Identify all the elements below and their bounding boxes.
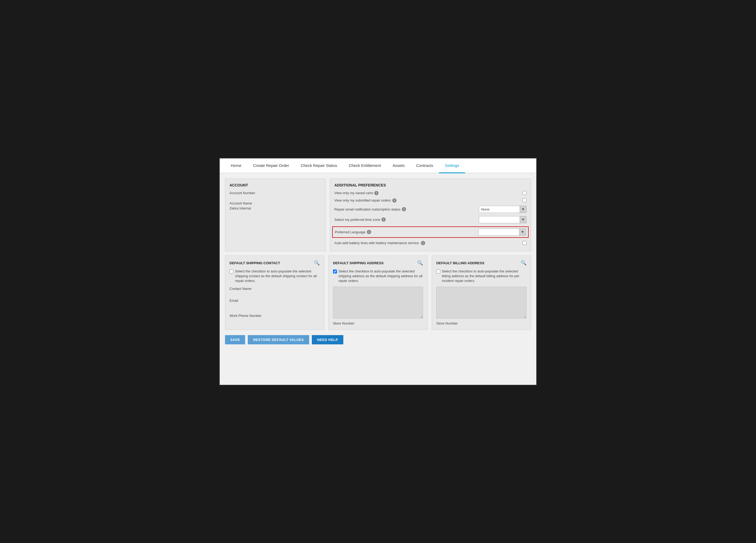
nav-item-assets[interactable]: Assets	[387, 159, 410, 173]
shipping-contact-title: DEFAULT SHIPPING CONTACT	[229, 261, 280, 265]
billing-address-header: DEFAULT BILLING ADDRESS 🔍	[436, 260, 527, 266]
submitted-orders-checkbox[interactable]	[523, 198, 527, 202]
email-notification-info-icon: i	[402, 207, 406, 211]
work-phone-label: Work Phone Number	[229, 314, 320, 318]
shipping-address-card: DEFAULT SHIPPING ADDRESS 🔍 Select the ch…	[329, 256, 428, 330]
nav-bar: Home Create Repair Order Check Repair St…	[220, 159, 536, 173]
auto-add-battery-label: Auto-add battery lines with battery main…	[334, 241, 520, 246]
account-number-label: Account Number	[229, 191, 321, 195]
preferences-title: ADDITIONAL PREFERENCES	[334, 183, 527, 187]
preferred-language-info-icon: i	[367, 230, 371, 234]
saved-carts-label: View only my saved carts i	[334, 191, 520, 195]
top-row: ACCOUNT Account Number Account Name Zebr…	[225, 179, 531, 252]
time-zone-info-icon: i	[381, 218, 386, 222]
need-help-button[interactable]: NEED HELP	[312, 335, 343, 344]
saved-carts-control	[523, 191, 527, 195]
submitted-orders-info-icon: i	[392, 198, 397, 203]
bottom-row: DEFAULT SHIPPING CONTACT 🔍 Select the ch…	[225, 256, 531, 330]
shipping-address-textarea[interactable]	[333, 287, 423, 318]
nav-item-create-repair-order[interactable]: Create Repair Order	[247, 159, 295, 173]
email-notification-select[interactable]: None	[479, 206, 527, 213]
pref-row-submitted-orders: View only my submitted repair orders i	[334, 198, 527, 203]
submitted-orders-control	[523, 198, 527, 202]
shipping-store-number-label: Store Number	[333, 321, 423, 325]
billing-address-title: DEFAULT BILLING ADDRESS	[436, 261, 484, 265]
shipping-contact-checkbox[interactable]	[229, 270, 233, 273]
email-label: Email	[229, 298, 320, 302]
shipping-address-checkbox[interactable]	[333, 270, 337, 273]
preferred-language-control: ▼	[478, 229, 526, 236]
button-row: SAVE RESTORE DEFAULT VALUES NEED HELP	[225, 335, 531, 344]
restore-defaults-button[interactable]: RESTORE DEFAULT VALUES	[248, 335, 309, 344]
billing-address-search-button[interactable]: 🔍	[521, 260, 527, 266]
account-name-value: Zebra Internal	[229, 206, 321, 210]
time-zone-select[interactable]	[479, 216, 527, 223]
main-content: ACCOUNT Account Number Account Name Zebr…	[220, 173, 536, 385]
billing-address-checkbox-label[interactable]: Select the checkbox to auto-populate the…	[436, 269, 527, 283]
save-button[interactable]: SAVE	[225, 335, 245, 344]
nav-item-check-entitlement[interactable]: Check Entitlement	[343, 159, 387, 173]
preferred-language-select[interactable]	[478, 229, 526, 236]
nav-item-check-repair-status[interactable]: Check Repair Status	[295, 159, 343, 173]
nav-item-contracts[interactable]: Contracts	[410, 159, 439, 173]
shipping-contact-header: DEFAULT SHIPPING CONTACT 🔍	[229, 260, 320, 266]
shipping-contact-search-button[interactable]: 🔍	[314, 260, 320, 266]
nav-item-home[interactable]: Home	[225, 159, 247, 173]
account-title: ACCOUNT	[229, 183, 321, 187]
additional-preferences-card: ADDITIONAL PREFERENCES View only my save…	[330, 179, 531, 252]
time-zone-control: ▼	[479, 216, 527, 223]
pref-row-preferred-language: Preferred Language i ▼	[332, 227, 529, 238]
auto-add-battery-checkbox[interactable]	[523, 241, 527, 245]
shipping-contact-card: DEFAULT SHIPPING CONTACT 🔍 Select the ch…	[225, 256, 324, 330]
shipping-address-checkbox-label[interactable]: Select the checkbox to auto-populate the…	[333, 269, 423, 283]
account-name-label: Account Name	[229, 201, 321, 205]
shipping-contact-checkbox-label[interactable]: Select the checkbox to auto-populate the…	[229, 269, 320, 283]
shipping-address-search-button[interactable]: 🔍	[417, 260, 423, 266]
preferred-language-select-wrapper: ▼	[478, 229, 526, 236]
preferred-language-label: Preferred Language i	[335, 230, 476, 234]
pref-row-email-notification: Repair email notification subscription s…	[334, 206, 527, 213]
pref-row-time-zone: Select my preferred time zone i ▼	[334, 216, 527, 223]
billing-address-textarea[interactable]	[436, 287, 527, 318]
contact-name-label: Contact Name	[229, 287, 320, 291]
email-notification-control: None ▼	[479, 206, 527, 213]
billing-address-card: DEFAULT BILLING ADDRESS 🔍 Select the che…	[432, 256, 531, 330]
time-zone-select-wrapper: ▼	[479, 216, 527, 223]
billing-store-number-label: Store Number	[436, 321, 527, 325]
time-zone-label: Select my preferred time zone i	[334, 218, 476, 222]
shipping-address-title: DEFAULT SHIPPING ADDRESS	[333, 261, 384, 265]
auto-add-battery-info-icon: i	[421, 241, 425, 245]
app-container: Home Create Repair Order Check Repair St…	[219, 158, 537, 385]
pref-row-saved-carts: View only my saved carts i	[334, 191, 527, 195]
billing-address-checkbox[interactable]	[436, 270, 440, 273]
saved-carts-info-icon: i	[374, 191, 379, 195]
email-notification-label: Repair email notification subscription s…	[334, 207, 476, 211]
pref-row-auto-add-battery: Auto-add battery lines with battery main…	[334, 241, 527, 246]
submitted-orders-label: View only my submitted repair orders i	[334, 198, 520, 203]
shipping-address-header: DEFAULT SHIPPING ADDRESS 🔍	[333, 260, 423, 266]
nav-item-settings[interactable]: Settings	[439, 159, 465, 173]
email-notification-select-wrapper: None ▼	[479, 206, 527, 213]
saved-carts-checkbox[interactable]	[523, 191, 527, 195]
account-card: ACCOUNT Account Number Account Name Zebr…	[225, 179, 326, 252]
